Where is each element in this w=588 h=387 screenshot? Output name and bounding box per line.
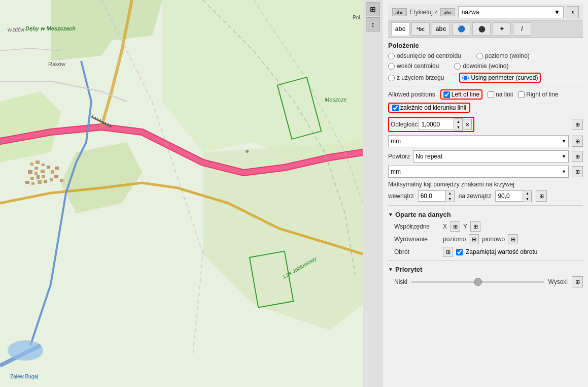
unit-value-2: mm xyxy=(391,168,401,175)
unit-arrow-1: ▼ xyxy=(562,139,566,144)
priority-row: Niski Wysoki ⊞ xyxy=(394,276,583,287)
odleglosc-up-btn[interactable]: ▲ xyxy=(454,119,462,124)
pamietaj-checkbox[interactable] xyxy=(456,249,463,255)
odleglosc-down-btn[interactable]: ▼ xyxy=(454,124,462,130)
header-row: abc Etykietuj z abc nazwa ▼ ε xyxy=(388,4,583,21)
svg-rect-18 xyxy=(50,178,53,181)
wewnatrz-down-btn[interactable]: ▼ xyxy=(446,196,454,202)
y-field-btn[interactable]: ⊞ xyxy=(470,221,480,232)
poziomo-field-btn[interactable]: ⊞ xyxy=(469,234,479,244)
odleglosc-highlighted: Odległość ▲ ▼ ✕ xyxy=(388,117,474,132)
grid-icon-btn[interactable]: ⊞ xyxy=(366,2,380,16)
oparte-header[interactable]: ▼ Oparte na danych xyxy=(388,210,583,219)
etykietuj-value: nazwa xyxy=(462,9,479,16)
svg-text:Pol...: Pol... xyxy=(353,15,363,20)
unit-combo-2[interactable]: mm ▼ xyxy=(388,166,569,178)
wewnatrz-label: wewnątrz xyxy=(388,192,414,200)
radio-perimeter-highlighted: Using perimeter (curved) xyxy=(459,73,541,83)
na-zewnatrz-label: na zewnątrz xyxy=(459,192,492,200)
x-field-btn[interactable]: ⊞ xyxy=(450,221,460,232)
priority-thumb[interactable] xyxy=(474,278,482,286)
svg-rect-1 xyxy=(30,163,33,166)
poziomo-label: poziomo xyxy=(443,236,466,243)
priorytet-body: Niski Wysoki ⊞ xyxy=(394,276,583,287)
oparte-title: Oparte na danych xyxy=(395,211,451,218)
divider-1 xyxy=(388,86,583,86)
map-area[interactable]: Dęby w Meszczach Raków wizdów Meszcze La… xyxy=(0,0,363,387)
radio-dowolnie-input[interactable] xyxy=(454,63,461,70)
tab-background[interactable]: ✦ xyxy=(493,22,511,36)
divider-3 xyxy=(388,260,583,261)
svg-rect-8 xyxy=(47,166,50,169)
na-zewnatrz-input[interactable] xyxy=(495,190,523,202)
radio-brzeg[interactable]: z użyciem brzegu xyxy=(388,73,444,83)
svg-rect-10 xyxy=(55,167,59,170)
na-linii-checkbox[interactable] xyxy=(488,91,494,98)
svg-rect-2 xyxy=(36,160,40,164)
unit-row-2: mm ▼ ⊞ xyxy=(388,166,583,178)
radio-poziomo[interactable]: poziomo (wolno) xyxy=(476,52,530,59)
unit-action-btn-1[interactable]: ⊞ xyxy=(572,136,583,147)
radio-odsun[interactable]: odsunięcie od centroidu xyxy=(388,52,461,59)
right-of-line-item: Right of line xyxy=(518,91,558,98)
wewnatrz-spinbox-btns: ▲ ▼ xyxy=(446,190,455,202)
zaleznie-checkbox[interactable] xyxy=(392,105,399,111)
unit-row-1: mm ▼ ⊞ xyxy=(388,135,583,147)
tab-buffer[interactable]: abc xyxy=(432,22,450,36)
na-zewnatrz-up-btn[interactable]: ▲ xyxy=(523,190,531,196)
svg-rect-4 xyxy=(34,167,38,170)
priorytet-title: Priorytet xyxy=(395,266,422,273)
tab-text[interactable]: abc xyxy=(391,22,409,36)
powtorz-action-btn[interactable]: ⊞ xyxy=(572,151,583,162)
radio-brzeg-input[interactable] xyxy=(388,75,395,81)
radio-poziomo-input[interactable] xyxy=(476,53,483,59)
max-angle-action-btn[interactable]: ⊞ xyxy=(536,190,547,202)
unit-arrow-2: ▼ xyxy=(562,169,566,174)
tab-color[interactable]: 🔵 xyxy=(452,22,470,36)
radio-wokol[interactable]: wokół centroidu xyxy=(388,62,439,70)
priority-slider[interactable] xyxy=(411,281,544,283)
na-zewnatrz-down-btn[interactable]: ▼ xyxy=(523,196,531,202)
wewnatrz-input[interactable] xyxy=(418,190,446,202)
svg-point-39 xyxy=(246,150,249,153)
radio-perimeter-label: Using perimeter (curved) xyxy=(471,74,538,81)
radio-odsun-input[interactable] xyxy=(388,53,395,59)
radio-dowolnie[interactable]: dowolnie (wolno) xyxy=(454,62,508,70)
tab-line[interactable]: / xyxy=(513,22,531,36)
pionowo-field-btn[interactable]: ⊞ xyxy=(508,234,518,244)
radio-dowolnie-label: dowolnie (wolno) xyxy=(463,62,508,70)
powtorz-combo[interactable]: No repeat ▼ xyxy=(413,150,569,163)
arrow-icon-btn[interactable]: ↕ xyxy=(366,17,380,31)
radio-wokol-label: wokół centroidu xyxy=(397,62,439,70)
odleglosc-action-btn[interactable]: ⊞ xyxy=(572,119,583,130)
radio-group-1: odsunięcie od centroidu poziomo (wolno) xyxy=(388,52,583,59)
priorytet-header[interactable]: ▼ Priorytet xyxy=(388,265,583,274)
odleglosc-input[interactable] xyxy=(419,119,454,130)
na-zewnatrz-spinbox: ▲ ▼ xyxy=(495,190,532,202)
priority-action-btn[interactable]: ⊞ xyxy=(572,276,583,287)
obrot-field-btn[interactable]: ⊞ xyxy=(443,247,453,257)
oparte-body: Współrzędne X ⊞ Y ⊞ Wyrównanie poziomo ⊞… xyxy=(394,221,583,257)
etykietuj-label: Etykietuj z xyxy=(410,9,438,16)
unit-combo-1[interactable]: mm ▼ xyxy=(388,135,569,147)
powtorz-label: Powtórz xyxy=(388,153,410,160)
niski-label: Niski xyxy=(394,278,407,285)
tab-format[interactable]: ᵃbc xyxy=(411,22,430,36)
panel-content: abc Etykietuj z abc nazwa ▼ ε abc ᵃbc ab… xyxy=(383,0,588,387)
right-of-line-label: Right of line xyxy=(526,91,558,98)
priorytet-section: ▼ Priorytet Niski Wysoki ⊞ xyxy=(388,265,583,287)
wewnatrz-up-btn[interactable]: ▲ xyxy=(446,190,454,196)
odleglosc-clear-btn[interactable]: ✕ xyxy=(463,119,472,130)
radio-wokol-input[interactable] xyxy=(388,63,395,70)
epsilon-btn[interactable]: ε xyxy=(567,6,579,18)
radio-brzeg-label: z użyciem brzegu xyxy=(397,74,444,81)
right-of-line-checkbox[interactable] xyxy=(518,91,525,98)
wyrownanie-label: Wyrównanie xyxy=(394,236,440,243)
radio-perimeter-input[interactable] xyxy=(462,75,469,81)
svg-rect-11 xyxy=(30,177,34,180)
unit-action-btn-2[interactable]: ⊞ xyxy=(572,166,583,177)
tab-shadow[interactable]: ⬤ xyxy=(472,22,491,36)
etykietuj-dropdown[interactable]: nazwa ▼ xyxy=(458,6,564,18)
left-of-line-checkbox[interactable] xyxy=(443,91,450,98)
tab-row: abc ᵃbc abc 🔵 ⬤ ✦ / xyxy=(388,21,583,38)
